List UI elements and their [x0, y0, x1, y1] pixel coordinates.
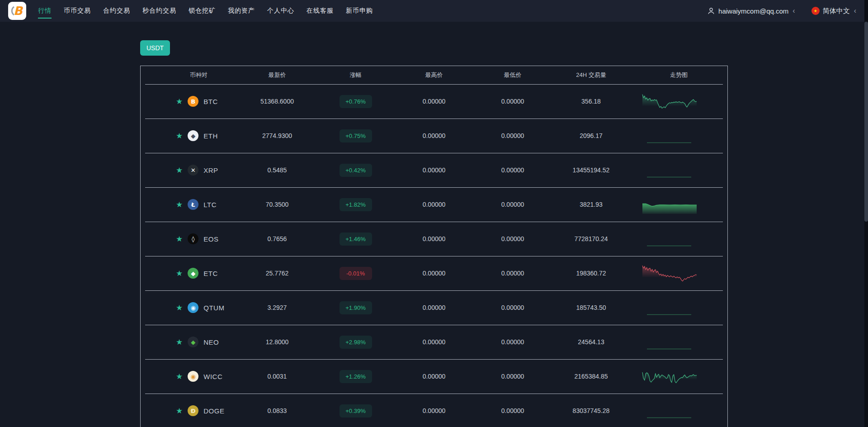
favorite-star-icon[interactable]: ★ [176, 235, 183, 243]
volume-24h: 3821.93 [552, 201, 630, 208]
favorite-star-icon[interactable]: ★ [176, 304, 183, 312]
col-header-5: 24H 交易量 [552, 71, 630, 79]
scrollbar-thumb[interactable] [864, 22, 868, 222]
high-price: 0.00000 [395, 270, 473, 277]
spark-cell [630, 297, 727, 318]
pair-cell: ★◉WICC [141, 371, 238, 382]
latest-price: 51368.6000 [238, 98, 316, 105]
col-header-6: 走势图 [630, 71, 727, 79]
latest-price: 25.7762 [238, 270, 316, 277]
low-price: 0.00000 [473, 338, 552, 346]
table-row-eos[interactable]: ★◊EOS0.7656+1.46%0.000000.000007728170.2… [141, 222, 727, 256]
coin-icon-neo: ◆ [188, 337, 198, 347]
account-menu[interactable]: haiwaiymcom@qq.com ‹ [707, 7, 795, 15]
trend-sparkline [641, 194, 698, 215]
favorite-star-icon[interactable]: ★ [176, 270, 183, 277]
latest-price: 3.2927 [238, 304, 316, 311]
brand-logo-icon: B [8, 2, 26, 20]
nav-item-1[interactable]: 币币交易 [64, 0, 91, 21]
table-row-eth[interactable]: ★◆ETH2774.9300+0.75%0.000000.000002096.1… [141, 119, 727, 153]
high-price: 0.00000 [395, 132, 473, 139]
favorite-star-icon[interactable]: ★ [176, 201, 183, 209]
trend-sparkline [641, 125, 698, 146]
nav-item-5[interactable]: 我的资产 [228, 0, 255, 21]
china-flag-icon: ★ [811, 7, 820, 15]
trend-sparkline [641, 263, 698, 284]
pair-cell: ★◆NEO [141, 337, 238, 347]
favorite-star-icon[interactable]: ★ [176, 132, 183, 140]
nav-item-3[interactable]: 秒合约交易 [142, 0, 176, 21]
favorite-star-icon[interactable]: ★ [176, 407, 183, 415]
trend-sparkline [641, 332, 698, 352]
chevron-icon: ‹ [793, 7, 795, 14]
low-price: 0.00000 [473, 132, 552, 139]
pair-symbol: ETH [203, 132, 218, 140]
latest-price: 12.8000 [238, 338, 316, 346]
pair-symbol: QTUM [203, 304, 224, 312]
spark-cell [630, 91, 727, 112]
favorite-star-icon[interactable]: ★ [176, 338, 183, 346]
change-badge: +0.42% [340, 164, 372, 177]
spark-cell [630, 366, 727, 387]
change-cell: +0.75% [316, 129, 395, 142]
table-row-neo[interactable]: ★◆NEO12.8000+2.98%0.000000.0000024564.13 [141, 325, 727, 359]
change-badge: +2.98% [340, 336, 372, 349]
high-price: 0.00000 [395, 304, 473, 311]
table-body: ★BBTC51368.6000+0.76%0.000000.00000356.1… [141, 84, 727, 427]
change-cell: +1.90% [316, 301, 395, 314]
table-row-qtum[interactable]: ★◉QTUM3.2927+1.90%0.000000.00000185743.5… [141, 290, 727, 325]
pair-cell: ★✕XRP [141, 165, 238, 176]
col-header-3: 最高价 [395, 71, 473, 79]
coin-icon-eos: ◊ [188, 233, 198, 244]
change-cell: +1.82% [316, 198, 395, 211]
user-icon [707, 7, 715, 15]
change-cell: -0.01% [316, 267, 395, 280]
table-row-btc[interactable]: ★BBTC51368.6000+0.76%0.000000.00000356.1… [141, 84, 727, 119]
vertical-scrollbar[interactable] [864, 0, 868, 427]
nav-item-6[interactable]: 个人中心 [267, 0, 294, 21]
nav-item-0[interactable]: 行情 [38, 0, 52, 21]
language-menu[interactable]: ★ 简体中文 ‹ [811, 7, 856, 15]
coin-icon-qtum: ◉ [188, 302, 198, 313]
nav-item-2[interactable]: 合约交易 [103, 0, 130, 21]
change-badge: +0.75% [340, 129, 372, 142]
table-row-xrp[interactable]: ★✕XRP0.5485+0.42%0.000000.0000013455194.… [141, 153, 727, 187]
favorite-star-icon[interactable]: ★ [176, 166, 183, 174]
change-cell: +1.46% [316, 232, 395, 246]
nav-right: haiwaiymcom@qq.com ‹ ★ 简体中文 ‹ [707, 7, 856, 15]
coin-icon-btc: B [188, 96, 198, 107]
latest-price: 0.5485 [238, 166, 316, 174]
coin-icon-xrp: ✕ [188, 165, 198, 176]
brand-logo[interactable]: B [8, 2, 26, 20]
change-badge: +0.76% [340, 95, 372, 108]
pair-cell: ★◊EOS [141, 233, 238, 244]
nav-item-7[interactable]: 在线客服 [307, 0, 334, 21]
svg-text:B: B [14, 4, 24, 18]
pair-cell: ★BBTC [141, 96, 238, 107]
trend-sparkline [641, 228, 698, 249]
table-row-wicc[interactable]: ★◉WICC0.0031+1.26%0.000000.000002165384.… [141, 359, 727, 394]
language-label: 简体中文 [823, 7, 850, 15]
low-price: 0.00000 [473, 270, 552, 277]
volume-24h: 24564.13 [552, 338, 630, 346]
favorite-star-icon[interactable]: ★ [176, 373, 183, 380]
nav-item-8[interactable]: 新币申购 [346, 0, 373, 21]
coin-icon-etc: ◆ [188, 268, 198, 279]
nav-item-4[interactable]: 锁仓挖矿 [189, 0, 216, 21]
low-price: 0.00000 [473, 201, 552, 208]
volume-24h: 185743.50 [552, 304, 630, 311]
trend-sparkline [641, 91, 698, 112]
table-row-doge[interactable]: ★ĐDOGE0.0833+0.39%0.000000.0000083037745… [141, 394, 727, 427]
pair-symbol: ETC [203, 270, 218, 277]
table-row-etc[interactable]: ★◆ETC25.7762-0.01%0.000000.00000198360.7… [141, 256, 727, 290]
market-table: 币种对最新价涨幅最高价最低价24H 交易量走势图 ★BBTC51368.6000… [140, 66, 728, 427]
coin-icon-doge: Đ [188, 405, 198, 416]
tab-usdt[interactable]: USDT [140, 40, 170, 56]
change-cell: +2.98% [316, 336, 395, 349]
trend-sparkline [641, 160, 698, 180]
change-cell: +1.26% [316, 370, 395, 383]
favorite-star-icon[interactable]: ★ [176, 98, 183, 105]
volume-24h: 356.18 [552, 98, 630, 105]
table-row-ltc[interactable]: ★ŁLTC70.3500+1.82%0.000000.000003821.93 [141, 187, 727, 222]
pair-symbol: NEO [203, 338, 219, 346]
